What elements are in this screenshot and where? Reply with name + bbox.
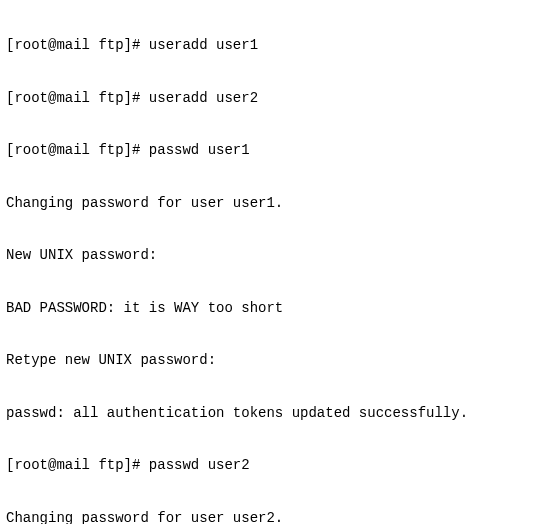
terminal-line: Changing password for user user2. <box>6 510 544 525</box>
terminal-line: Retype new UNIX password: <box>6 352 544 370</box>
terminal-line: BAD PASSWORD: it is WAY too short <box>6 300 544 318</box>
terminal-line: [root@mail ftp]# passwd user1 <box>6 142 544 160</box>
terminal-line: Changing password for user user1. <box>6 195 544 213</box>
terminal-session-1[interactable]: [root@mail ftp]# useradd user1 [root@mai… <box>6 2 544 524</box>
terminal-line: [root@mail ftp]# useradd user1 <box>6 37 544 55</box>
terminal-window: [root@mail ftp]# useradd user1 [root@mai… <box>0 0 550 524</box>
terminal-line: [root@mail ftp]# useradd user2 <box>6 90 544 108</box>
terminal-line: passwd: all authentication tokens update… <box>6 405 544 423</box>
terminal-line: [root@mail ftp]# passwd user2 <box>6 457 544 475</box>
terminal-line: New UNIX password: <box>6 247 544 265</box>
